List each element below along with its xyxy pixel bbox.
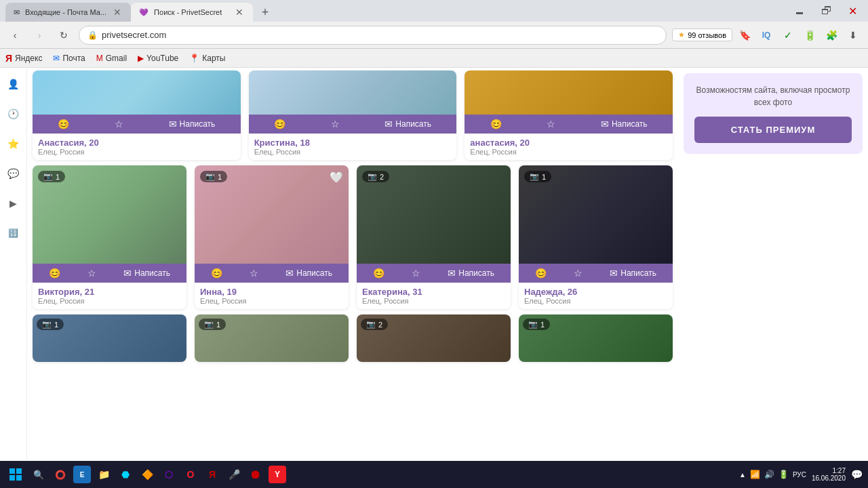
bookmark-maps[interactable]: 📍 Карты	[189, 54, 225, 63]
write-button-ekaterina[interactable]: ✉ Написать	[448, 268, 494, 279]
cortana-button[interactable]: ⭕	[52, 466, 69, 483]
bookmark-yandex[interactable]: Я Яндекс	[5, 53, 42, 64]
write-button-anastasia1[interactable]: ✉ Написать	[169, 119, 216, 129]
opera-icon[interactable]: O	[182, 466, 199, 483]
profile-info-viktoria: Виктория, 21 Елец, Россия	[33, 283, 186, 309]
tab-privet-favicon: 💜	[139, 8, 149, 17]
bookmark-youtube[interactable]: ▶ YouTube	[138, 54, 178, 63]
minimize-button[interactable]: 🗕	[789, 2, 810, 20]
star-button-anastasia2[interactable]: ☆	[547, 119, 555, 129]
page-content: 👤 🕐 ⭐ 💬 ▶ 🔢 😊 ☆	[0, 68, 868, 461]
close-button[interactable]: ✕	[843, 2, 863, 20]
smile-button-anastasia1[interactable]: 😊	[58, 119, 69, 129]
smile-button-inna[interactable]: 😊	[211, 268, 222, 279]
sidebar-profile-icon[interactable]: 👤	[3, 73, 24, 95]
record-icon[interactable]: ⏺	[247, 466, 264, 483]
search-taskbar-button[interactable]: 🔍	[30, 466, 47, 483]
new-tab-button[interactable]: +	[256, 3, 275, 22]
bookmark-mail[interactable]: ✉ Почта	[53, 54, 85, 63]
bookmark-button[interactable]: 🔖	[735, 26, 754, 45]
photo-count-bottom2: 📷 1	[199, 319, 226, 330]
premium-text: Возможностям сайта, включая просмотр все…	[694, 84, 852, 108]
back-button[interactable]: ‹	[5, 26, 24, 45]
smile-button-anastasia2[interactable]: 😊	[490, 119, 502, 129]
extensions-icon[interactable]: 🧩	[822, 26, 841, 45]
profile-name-viktoria[interactable]: Виктория, 21	[38, 287, 181, 297]
profile-name-nadezhda[interactable]: Надежда, 26	[524, 287, 667, 297]
maximize-button[interactable]: 🗗	[816, 2, 837, 20]
yandex-taskbar-icon[interactable]: Я	[203, 466, 221, 483]
browser-taskbar-icon[interactable]: E	[73, 466, 91, 483]
profile-photo-anastasia1	[33, 70, 241, 115]
sidebar-messages-icon[interactable]: 💬	[3, 163, 24, 184]
forward-button[interactable]: ›	[30, 26, 49, 45]
reviews-button[interactable]: ★ 99 отзывов	[672, 28, 732, 41]
smile-button-viktoria[interactable]: 😊	[49, 268, 60, 279]
star-button-kristina[interactable]: ☆	[331, 119, 340, 129]
youtube-icon: ▶	[138, 54, 144, 63]
sidebar-play-icon[interactable]: ▶	[3, 192, 24, 214]
refresh-button[interactable]: ↻	[54, 26, 73, 45]
write-button-inna[interactable]: ✉ Написать	[285, 268, 332, 279]
address-bar[interactable]: 🔒 privetsecret.com	[79, 26, 667, 45]
partial-photo-2: 📷 1	[195, 314, 349, 362]
star-button-ekaterina[interactable]: ☆	[412, 268, 420, 279]
yandex-logo: Я	[5, 53, 12, 64]
tab-privet-close[interactable]: ✕	[234, 7, 245, 18]
windows-logo	[9, 468, 22, 481]
tab-privet[interactable]: 💜 Поиск - PrivetSecret ✕	[131, 3, 253, 22]
mic-icon[interactable]: 🎤	[225, 466, 243, 483]
app1-icon[interactable]: ⬣	[117, 466, 134, 483]
language-label[interactable]: РУС	[793, 471, 806, 479]
y-icon[interactable]: Y	[269, 466, 286, 483]
tab-mail[interactable]: ✉ Входящие - Почта Ма... ✕	[5, 3, 131, 22]
star-button-viktoria[interactable]: ☆	[87, 268, 96, 279]
sidebar-favorites-icon[interactable]: ⭐	[3, 133, 24, 155]
partial-photo-4: 📷 1	[519, 314, 673, 362]
profile-name-kristina[interactable]: Кристина, 18	[254, 138, 452, 148]
sidebar-history-icon[interactable]: 🕐	[3, 103, 24, 125]
profile-card-ekaterina: 📷 2 😊 ☆ ✉ Написать Екатерина, 31	[357, 165, 511, 309]
partial-photo-1: 📷 1	[33, 314, 186, 362]
premium-button[interactable]: СТАТЬ ПРЕМИУМ	[694, 117, 852, 143]
iq-button[interactable]: IQ	[757, 26, 776, 45]
partial-card-1: 📷 1	[33, 314, 186, 362]
write-button-viktoria[interactable]: ✉ Написать	[123, 268, 170, 279]
write-label-kristina: Написать	[395, 119, 431, 129]
sound-icon[interactable]: 🔊	[764, 470, 774, 479]
star-button-nadezhda[interactable]: ☆	[574, 268, 583, 279]
profile-name-anastasia2[interactable]: анастасия, 20	[470, 138, 667, 148]
profile-card-inna: 📷 1 🤍 😊 ☆ ✉ Написать Инн	[195, 165, 349, 309]
write-button-kristina[interactable]: ✉ Написать	[384, 119, 431, 129]
profile-image-inna: 📷 1 🤍	[195, 165, 349, 264]
notification-icon[interactable]: 💬	[851, 469, 863, 480]
chevron-up-icon[interactable]: ▲	[739, 471, 746, 479]
top-profiles-row: 😊 ☆ ✉ Написать Анастасия, 20 Елец, Росси…	[33, 70, 673, 160]
right-sidebar: Возможностям сайта, включая просмотр все…	[678, 68, 868, 461]
profile-name-ekaterina[interactable]: Екатерина, 31	[362, 287, 505, 297]
envelope-icon-kristina: ✉	[384, 119, 393, 129]
partial-card-2: 📷 1	[195, 314, 349, 362]
photo-count-bottom4: 📷 1	[523, 319, 550, 330]
network-icon[interactable]: 📶	[750, 470, 760, 479]
file-explorer-icon[interactable]: 📁	[95, 466, 113, 483]
nav-bar: ‹ › ↻ 🔒 privetsecret.com ★ 99 отзывов 🔖 …	[0, 22, 868, 49]
download-icon[interactable]: ⬇	[844, 26, 863, 45]
partial-photo-3: 📷 2	[357, 314, 511, 362]
smile-button-nadezhda[interactable]: 😊	[535, 268, 547, 279]
sidebar-number-icon[interactable]: 🔢	[3, 222, 24, 244]
app2-icon[interactable]: 🔶	[138, 466, 156, 483]
tab-mail-close[interactable]: ✕	[112, 7, 123, 18]
star-button-inna[interactable]: ☆	[250, 268, 258, 279]
write-button-anastasia2[interactable]: ✉ Написать	[601, 119, 648, 129]
bookmark-gmail[interactable]: M Gmail	[96, 54, 127, 63]
profile-name-anastasia1[interactable]: Анастасия, 20	[38, 138, 235, 148]
smile-button-ekaterina[interactable]: 😊	[373, 268, 384, 279]
app3-icon[interactable]: ⬡	[160, 466, 178, 483]
smile-button-kristina[interactable]: 😊	[274, 119, 285, 129]
profile-name-inna[interactable]: Инна, 19	[200, 287, 343, 297]
write-button-nadezhda[interactable]: ✉ Написать	[610, 268, 656, 279]
start-button[interactable]	[5, 464, 26, 485]
taskbar-clock[interactable]: 1:27 16.06.2020	[812, 467, 846, 482]
star-button-anastasia1[interactable]: ☆	[115, 119, 123, 129]
